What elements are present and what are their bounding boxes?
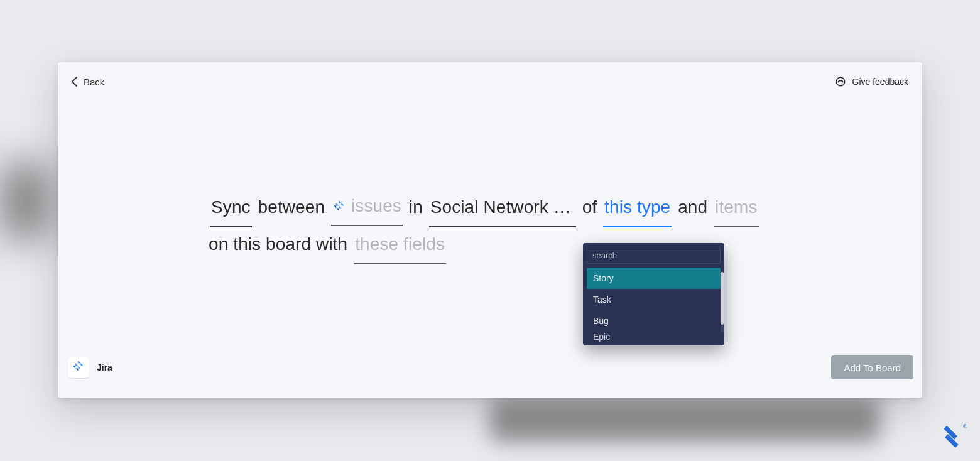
modal-header: Back Give feedback	[58, 62, 922, 101]
word-this-board-with: this board with	[233, 234, 347, 254]
feedback-icon	[835, 76, 846, 87]
word-and: and	[678, 197, 707, 217]
dropdown-option-epic[interactable]: Epic	[587, 332, 721, 342]
items-slot-label: items	[714, 190, 758, 226]
toptal-logo-icon	[940, 425, 962, 453]
feedback-label: Give feedback	[852, 77, 909, 87]
integration-modal: Back Give feedback Sync between issues i…	[58, 62, 922, 398]
type-slot-label: this type	[603, 190, 672, 226]
project-slot-label: Social Network P…	[430, 190, 575, 224]
word-between: between	[258, 197, 325, 217]
fields-slot-label: these fields	[354, 227, 446, 263]
word-in: in	[409, 197, 423, 217]
type-dropdown: Story Task Bug Epic	[583, 243, 724, 345]
modal-body: Sync between issues in Social Network P……	[58, 101, 922, 346]
word-of: of	[582, 197, 597, 217]
toptal-watermark: ®	[940, 425, 967, 453]
type-slot[interactable]: this type	[603, 190, 672, 227]
jira-icon	[72, 359, 85, 376]
back-label: Back	[84, 77, 104, 87]
dropdown-option-bug[interactable]: Bug	[587, 310, 721, 332]
chevron-left-icon	[72, 77, 77, 87]
modal-footer: Jira Add To Board	[58, 346, 922, 398]
svg-point-1	[839, 80, 839, 81]
svg-point-2	[841, 80, 842, 81]
app-tag: Jira	[68, 357, 112, 378]
back-button[interactable]: Back	[72, 77, 104, 87]
give-feedback-button[interactable]: Give feedback	[835, 76, 909, 87]
registered-mark: ®	[963, 423, 967, 430]
jira-icon	[332, 199, 346, 213]
dropdown-option-story[interactable]: Story	[587, 268, 721, 289]
app-name-label: Jira	[97, 362, 112, 372]
dropdown-option-task[interactable]: Task	[587, 289, 721, 310]
sync-verb-slot[interactable]: Sync	[210, 190, 252, 227]
dropdown-scrollbar[interactable]	[721, 272, 724, 332]
source-slot[interactable]: issues	[331, 189, 403, 226]
svg-point-0	[836, 77, 845, 86]
dropdown-list: Story Task Bug Epic	[587, 268, 721, 342]
dropdown-search-input[interactable]	[587, 247, 721, 264]
items-slot[interactable]: items	[714, 190, 758, 227]
fields-slot[interactable]: these fields	[354, 227, 446, 264]
source-slot-label: issues	[351, 189, 401, 223]
add-to-board-button[interactable]: Add To Board	[831, 355, 913, 379]
jira-app-tile	[68, 357, 89, 378]
project-slot[interactable]: Social Network P…	[429, 190, 576, 227]
word-on: on	[209, 234, 228, 254]
